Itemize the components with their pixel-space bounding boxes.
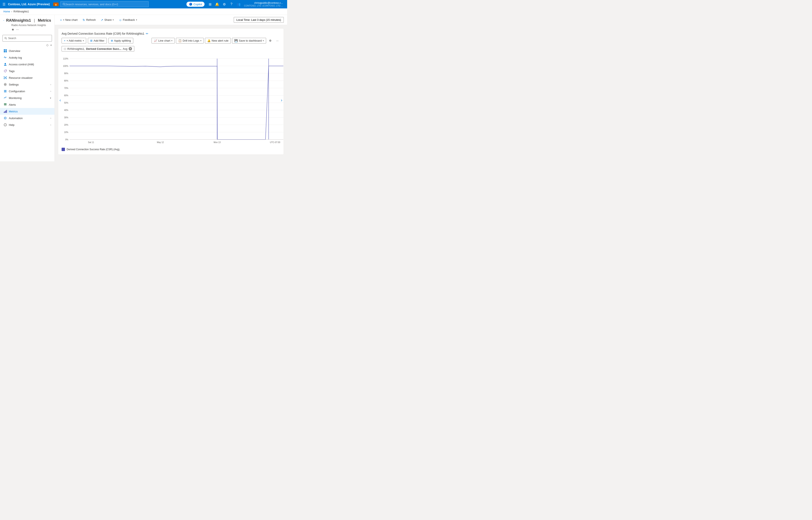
- svg-point-16: [4, 76, 5, 77]
- notifications-button[interactable]: 🔔: [214, 1, 221, 7]
- svg-rect-30: [4, 104, 6, 105]
- settings-nav-icon: [3, 83, 7, 86]
- share-button[interactable]: ↗ Share ▾: [99, 17, 116, 23]
- feedback-label: Feedback: [123, 18, 135, 21]
- svg-text:90%: 90%: [64, 72, 68, 75]
- sidebar-item-alerts[interactable]: Alerts: [0, 101, 54, 108]
- new-alert-icon: 🔔: [207, 39, 211, 42]
- feedback-chevron: ▾: [136, 19, 137, 21]
- sidebar-item-label-alerts: Alerts: [9, 103, 16, 106]
- portal-icon-button[interactable]: ⊞: [207, 1, 213, 7]
- sidebar-item-help[interactable]: ? Help ›: [0, 122, 54, 128]
- legend-color-swatch: [61, 148, 65, 151]
- chart-nav-left-button[interactable]: ‹: [59, 98, 61, 103]
- feedback-button[interactable]: ☺ Feedback ▾: [117, 17, 139, 23]
- global-search-input[interactable]: [66, 3, 146, 6]
- sidebar-search[interactable]: Search: [0, 33, 54, 43]
- add-filter-icon: ⊞: [90, 39, 93, 42]
- more-options-button[interactable]: ···: [16, 28, 19, 31]
- chart-edit-icon[interactable]: ✏: [146, 32, 148, 35]
- sidebar-search-placeholder: Search: [8, 37, 16, 40]
- copilot-button[interactable]: Copilot: [186, 2, 205, 7]
- chart-right-toolbar: 📈 Line chart ▾ 📋 Drill into Logs ▾ 🔔: [152, 38, 280, 44]
- line-chart-label: Line chart: [158, 39, 170, 42]
- config-nav-icon: [3, 89, 7, 93]
- sidebar-item-monitoring[interactable]: Monitoring ▾: [0, 95, 54, 101]
- metric-tag-prefix: { }: [64, 48, 66, 50]
- hamburger-menu[interactable]: ☰: [2, 2, 5, 6]
- nav-chevron-automation: ›: [50, 117, 51, 119]
- svg-text:40%: 40%: [64, 109, 68, 111]
- nav-chevron-help: ›: [50, 124, 51, 126]
- add-metric-button[interactable]: + + Add metric ▾: [61, 38, 86, 44]
- add-filter-button[interactable]: ⊞ Add filter: [88, 38, 107, 44]
- sidebar-item-label-access-control: Access control (IAM): [9, 63, 34, 66]
- sidebar-item-activity-log[interactable]: Activity log: [0, 54, 54, 61]
- sidebar-diamond-button[interactable]: ◇: [46, 43, 49, 47]
- sidebar-search-box[interactable]: Search: [2, 35, 52, 42]
- chart-legend: Derived Connection Success Rate (CSR) (A…: [61, 148, 280, 151]
- svg-text:UTC-07:00: UTC-07:00: [270, 141, 280, 144]
- new-chart-label: + New chart: [63, 18, 78, 21]
- metric-tag: { } RANInsights1, Derived Connection Suc…: [61, 46, 134, 51]
- new-chart-button[interactable]: + + New chart: [58, 17, 80, 23]
- nav-chevron-monitoring: ▾: [50, 97, 51, 99]
- help-button[interactable]: ?: [228, 1, 235, 7]
- svg-text:May 12: May 12: [157, 141, 164, 144]
- toolbar-right: Local Time: Last 3 days (15 minutes): [234, 17, 284, 23]
- drill-logs-chevron: ▾: [200, 40, 201, 42]
- share-icon: ↗: [101, 18, 103, 22]
- tags-nav-icon: [3, 69, 7, 73]
- sidebar-item-automation[interactable]: Automation ›: [0, 115, 54, 122]
- time-selector-label: Local Time: Last 3 days (15 minutes): [236, 18, 281, 21]
- svg-line-20: [5, 77, 5, 78]
- svg-text:Sat 11: Sat 11: [88, 141, 94, 144]
- sidebar-collapse-button[interactable]: «: [50, 43, 52, 47]
- breadcrumb-home[interactable]: Home: [3, 10, 10, 13]
- sidebar-item-overview[interactable]: Overview: [0, 48, 54, 54]
- metric-tag-close-button[interactable]: ✕: [129, 47, 132, 50]
- feedback-icon-button[interactable]: 👥: [235, 1, 242, 7]
- svg-line-23: [5, 78, 6, 78]
- sidebar-item-settings[interactable]: Settings ›: [0, 81, 54, 88]
- favorite-button[interactable]: ★: [11, 28, 14, 31]
- user-menu[interactable]: chrisqpublic@contoso.c... CONTOSO, LTD. …: [243, 1, 285, 7]
- resource-separator: |: [34, 18, 35, 23]
- chart-nav-right-button[interactable]: ›: [281, 98, 282, 103]
- chart-more-button[interactable]: ···: [275, 38, 280, 43]
- metric-tag-aggregation: Avg: [123, 47, 127, 50]
- sidebar-search-icon: [4, 37, 7, 40]
- sidebar-item-label-metrics: Metrics: [9, 110, 18, 113]
- resource-icon: [3, 18, 4, 23]
- sidebar-item-metrics[interactable]: Metrics: [0, 108, 54, 115]
- time-selector-button[interactable]: Local Time: Last 3 days (15 minutes): [234, 17, 284, 23]
- share-label: Share: [104, 18, 111, 21]
- svg-text:?: ?: [5, 124, 6, 126]
- app-title: Contoso, Ltd. Azure (Preview): [8, 2, 50, 6]
- app-layout: Home › RANInsights1 RANInsights1 | Metri…: [0, 8, 287, 161]
- sidebar-item-configuration[interactable]: Configuration ›: [0, 88, 54, 95]
- global-search[interactable]: [60, 1, 149, 7]
- settings-button[interactable]: ⚙: [221, 1, 228, 7]
- resource-page: Metrics: [38, 18, 51, 23]
- topbar-right: Copilot ⊞ 🔔 ⚙ ? 👥 chrisqpublic@contoso.c…: [186, 1, 285, 7]
- line-chart-button[interactable]: 📈 Line chart ▾: [152, 38, 175, 44]
- sidebar-item-tags[interactable]: Tags: [0, 68, 54, 74]
- save-to-dashboard-button[interactable]: 💾 Save to dashboard ▾: [232, 38, 266, 44]
- refresh-button[interactable]: ↻ Refresh: [80, 17, 98, 23]
- content-area: RANInsights1 | Metrics Radio Access Netw…: [0, 15, 287, 161]
- chart-settings-button[interactable]: ⚙: [268, 38, 273, 43]
- new-alert-rule-button[interactable]: 🔔 New alert rule: [205, 38, 231, 44]
- svg-rect-5: [4, 20, 4, 21]
- drill-into-logs-button[interactable]: 📋 Drill into Logs ▾: [176, 38, 204, 44]
- line-chart-chevron: ▾: [171, 40, 172, 42]
- new-alert-rule-label: New alert rule: [212, 39, 228, 42]
- topbar: ☰ Contoso, Ltd. Azure (Preview) 🔥 Copilo…: [0, 0, 287, 8]
- metrics-nav-icon: [3, 109, 7, 113]
- help-nav-icon: ?: [3, 123, 7, 127]
- sidebar-item-access-control[interactable]: Access control (IAM): [0, 61, 54, 68]
- metric-tag-resource: RANInsights1,: [67, 47, 85, 50]
- svg-rect-9: [4, 49, 5, 51]
- apply-splitting-button[interactable]: ⊗ Apply splitting: [108, 38, 133, 44]
- sidebar-item-resource-visualizer[interactable]: Resource visualizer: [0, 74, 54, 81]
